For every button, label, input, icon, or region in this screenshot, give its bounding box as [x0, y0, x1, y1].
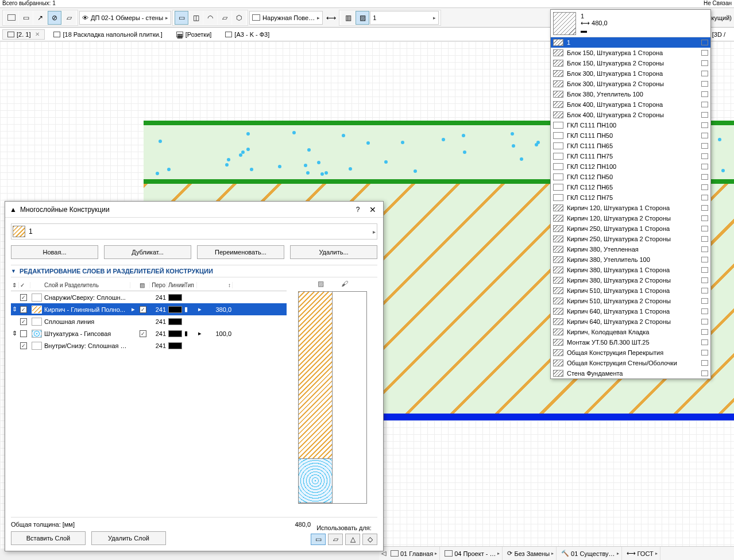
plane-icon[interactable]: ▱ — [62, 11, 76, 25]
layer-row[interactable]: ⇕ Штукатурка - Гипсовая ✓ 241 ▮ ▸ 100,0 — [11, 327, 287, 339]
composite-item[interactable]: ГКЛ С111 ПН65 — [551, 141, 710, 151]
line-swatch[interactable] — [168, 342, 182, 349]
rename-button[interactable]: Переименовать... — [197, 245, 284, 259]
composite-item[interactable]: ГКЛ С111 ПН75 — [551, 151, 710, 161]
remove-layer-button[interactable]: Удалить Слой — [91, 531, 166, 545]
visible-checkbox[interactable]: ✓ — [20, 318, 27, 325]
status-item-4[interactable]: ⟷ ГОСТ ▸ — [624, 547, 660, 560]
type-icon[interactable]: ▮ — [183, 330, 197, 337]
composite-input[interactable]: 1 ▸ — [370, 11, 439, 25]
layer-row[interactable]: ✓ Внутри/Снизу: Сплошная … 241 — [11, 339, 287, 352]
composite-item[interactable]: Блок 300, Штукатурка 1 Сторона — [551, 68, 710, 79]
composite-item[interactable]: ГКЛ С111 ПН100 — [551, 120, 710, 130]
col-visible[interactable]: ✓ — [19, 282, 30, 288]
composite-item[interactable]: ГКЛ С112 ПН50 — [551, 172, 710, 182]
close-icon[interactable]: ✕ — [35, 31, 40, 37]
composite-item[interactable]: Блок 150, Штукатурка 2 Стороны — [551, 58, 710, 68]
layer-profile-icon[interactable]: ▥ — [341, 11, 355, 25]
geometry-trap-icon[interactable]: ▱ — [218, 11, 231, 25]
composite-item[interactable]: ГКЛ С112 ПН100 — [551, 161, 710, 172]
visible-checkbox[interactable]: ✓ — [20, 294, 27, 301]
suspend-icon[interactable]: ⊘ — [48, 11, 61, 25]
layer-row[interactable]: ✓ Снаружи/Сверху: Сплошн... 241 — [11, 291, 287, 303]
line-swatch[interactable] — [168, 294, 182, 301]
arrow-tool-icon[interactable]: ↗ — [33, 11, 47, 25]
layer-row[interactable]: ⇕ ✓ Кирпич - Глиняный Полно... ▸ ✓ 241 ▮… — [11, 303, 287, 315]
composite-item[interactable]: Кирпич 510, Штукатурка 1 Сторона — [551, 285, 710, 296]
col-layer[interactable]: Слой и Разделитель — [43, 282, 130, 288]
composite-item[interactable]: Монтаж УТ.50 БЛ.300 ШТ.25 — [551, 337, 710, 347]
composite-item[interactable]: Кирпич 380, Утепленная — [551, 244, 710, 254]
duplicate-button[interactable]: Дубликат... — [104, 245, 191, 259]
ref-line-icon[interactable]: ⟷ — [324, 11, 338, 25]
composite-item[interactable]: Кирпич 120, Штукатурка 2 Стороны — [551, 213, 710, 223]
composite-item[interactable]: Стена Фундамента — [551, 368, 710, 379]
composite-item[interactable]: Блок 380, Утеплитель 100 — [551, 89, 710, 99]
select-icon[interactable]: ▭ — [19, 11, 33, 25]
tab-1[interactable]: [18 Раскладка напольной плитки.] — [48, 29, 167, 40]
geometry-curve-icon[interactable]: ◠ — [203, 11, 217, 25]
composite-item[interactable]: 1 — [551, 37, 710, 48]
col-type[interactable]: Тип — [183, 282, 197, 288]
surface-selector[interactable]: Наружная Пове… ▸ — [249, 11, 323, 25]
use-roof-icon[interactable]: △ — [345, 534, 360, 545]
col-core[interactable]: ▨ — [138, 282, 150, 288]
composite-item[interactable]: Кирпич 510, Штукатурка 2 Стороны — [551, 296, 710, 306]
col-thickness[interactable]: ↕ — [205, 282, 233, 288]
composite-item[interactable]: Кирпич 250, Штукатурка 2 Стороны — [551, 234, 710, 244]
composite-item[interactable]: Кирпич 380, Штукатурка 2 Стороны — [551, 275, 710, 285]
dialog-titlebar[interactable]: ▲ Многослойные Конструкции ? ✕ — [5, 202, 383, 218]
composite-item[interactable]: ГКЛ С112 ПН65 — [551, 182, 710, 192]
line-swatch[interactable] — [168, 330, 182, 337]
marquee-icon[interactable] — [5, 11, 18, 25]
geometry-straight-icon[interactable]: ▭ — [175, 11, 188, 25]
visible-checkbox[interactable]: ✓ — [20, 306, 27, 313]
status-item-2[interactable]: ⟳ Без Замены ▸ — [505, 547, 557, 560]
thickness-value[interactable]: 380,0 — [205, 306, 233, 313]
col-pen[interactable]: Перо — [150, 282, 167, 288]
help-button[interactable]: ? — [352, 206, 364, 214]
line-swatch[interactable] — [168, 306, 182, 313]
composite-name-selector[interactable]: 1 ▸ — [11, 223, 377, 240]
status-item-0[interactable]: 01 Главная ▸ — [388, 547, 440, 560]
composite-item[interactable]: Кирпич 250, Штукатурка 1 Сторона — [551, 223, 710, 234]
pen-value[interactable]: 241 — [150, 294, 167, 301]
line-swatch[interactable] — [168, 318, 182, 325]
type-icon[interactable]: ▮ — [183, 306, 197, 313]
status-item-3[interactable]: 🔨 01 Существу… ▸ — [559, 547, 621, 560]
use-wall-icon[interactable]: ▭ — [311, 534, 326, 545]
core-checkbox[interactable]: ✓ — [140, 330, 146, 337]
composite-item[interactable]: Кирпич 380, Штукатурка 1 Сторона — [551, 265, 710, 275]
composite-item[interactable]: Кирпич 640, Штукатурка 2 Стороны — [551, 316, 710, 327]
delete-button[interactable]: Удалить... — [290, 245, 377, 259]
composite-item[interactable]: ГКЛ С111 ПН50 — [551, 130, 710, 141]
col-expand[interactable]: ⇕ — [11, 282, 19, 288]
composite-item[interactable]: Кирпич 640, Штукатурка 1 Сторона — [551, 306, 710, 316]
section-header[interactable]: ▼ РЕДАКТИРОВАНИЕ СЛОЕВ И РАЗДЕЛИТЕЛЕЙ КО… — [11, 265, 377, 277]
use-shell-icon[interactable]: ◇ — [362, 534, 377, 545]
composite-item[interactable]: Общая Конструкция Стены/Оболочки — [551, 358, 710, 368]
composite-item[interactable]: ГКЛ С112 ПН75 — [551, 192, 710, 203]
pen-value[interactable]: 241 — [150, 306, 167, 313]
composite-item[interactable]: Блок 400, Штукатурка 1 Сторона — [551, 99, 710, 110]
thickness-value[interactable]: 100,0 — [205, 330, 233, 337]
view-selector[interactable]: ДП 02-1 Обмеры - стены ▸ — [79, 11, 171, 25]
status-item-1[interactable]: 04 Проект - … ▸ — [442, 547, 503, 560]
composite-item[interactable]: Блок 300, Штукатурка 2 Стороны — [551, 79, 710, 89]
core-checkbox[interactable]: ✓ — [140, 306, 146, 313]
tab-3[interactable]: [A3 - K - Ф3] — [220, 29, 275, 40]
insert-layer-button[interactable]: Вставить Слой — [11, 531, 86, 545]
pen-value[interactable]: 241 — [150, 342, 167, 349]
geometry-box-icon[interactable]: ◫ — [189, 11, 203, 25]
composite-hatch-icon[interactable]: ▨ — [356, 11, 369, 25]
tab-0[interactable]: [2. 1] ✕ — [2, 29, 45, 40]
composite-item[interactable]: Общая Конструкция Перекрытия — [551, 347, 710, 358]
composite-item[interactable]: Кирпич 120, Штукатурка 1 Сторона — [551, 203, 710, 213]
visible-checkbox[interactable]: ✓ — [20, 342, 27, 349]
geometry-poly-icon[interactable]: ⬡ — [232, 11, 246, 25]
composite-item[interactable]: Кирпич, Колодцевая Кладка — [551, 327, 710, 337]
composite-item[interactable]: Кирпич 380, Утеплитель 100 — [551, 254, 710, 265]
new-button[interactable]: Новая... — [11, 245, 98, 259]
tab-2[interactable]: ▦ [Розетки] — [171, 29, 217, 40]
use-slab-icon[interactable]: ▱ — [328, 534, 343, 545]
